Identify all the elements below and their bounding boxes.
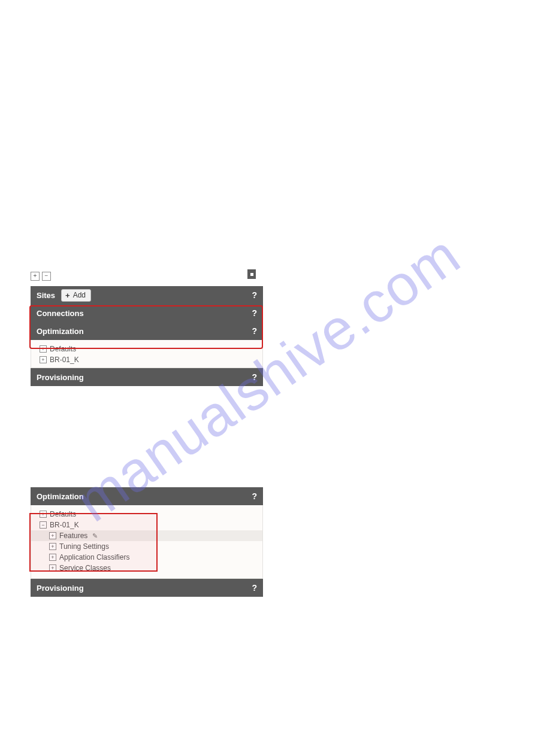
section-header-sites[interactable]: Sites + Add ?	[31, 286, 263, 304]
tree-item-label: BR-01_K	[50, 356, 79, 364]
section-header-optimization[interactable]: Optimization ?	[31, 322, 263, 340]
tree-item-features[interactable]: + Features ✎	[31, 530, 262, 541]
tree-item-label: Tuning Settings	[59, 542, 109, 551]
optimization-body: + Defaults − BR-01_K + Features ✎ + Tuni…	[31, 505, 263, 579]
section-label: Optimization	[37, 492, 84, 501]
tree-item-label: Features	[59, 532, 87, 540]
expand-icon[interactable]: +	[49, 564, 56, 572]
tree-item-label: Defaults	[50, 510, 76, 518]
tree-item-br01k[interactable]: + BR-01_K	[31, 354, 262, 365]
expand-all-icon[interactable]: +	[31, 272, 40, 281]
tree-item-label: BR-01_K	[50, 521, 79, 529]
tree-item-defaults[interactable]: + Defaults	[31, 509, 262, 520]
expand-icon[interactable]: +	[40, 345, 47, 353]
tree-item-label: Service Classes	[59, 564, 111, 572]
section-label: Optimization	[37, 327, 84, 336]
section-label: Provisioning	[37, 373, 84, 382]
toolbar-action-icon[interactable]	[247, 269, 256, 279]
collapse-icon[interactable]: −	[40, 521, 47, 529]
expand-icon[interactable]: +	[49, 554, 56, 561]
help-icon[interactable]: ?	[252, 308, 257, 318]
section-label: Provisioning	[37, 584, 84, 593]
config-panel-1: + − Sites + Add ? Connections ? Optimiza…	[31, 269, 263, 386]
section-header-connections[interactable]: Connections ?	[31, 304, 263, 322]
expand-icon[interactable]: +	[49, 543, 56, 550]
add-button-label: Add	[73, 291, 86, 299]
tree-item-tuning-settings[interactable]: + Tuning Settings	[31, 541, 262, 552]
help-icon[interactable]: ?	[252, 491, 257, 501]
help-icon[interactable]: ?	[252, 290, 257, 300]
config-panel-2: Optimization ? + Defaults − BR-01_K + Fe…	[31, 487, 263, 597]
plus-icon: +	[65, 291, 70, 300]
tree-item-service-classes[interactable]: + Service Classes	[31, 563, 262, 573]
expand-icon[interactable]: +	[40, 511, 47, 518]
section-header-provisioning[interactable]: Provisioning ?	[31, 368, 263, 386]
optimization-body: + Defaults + BR-01_K	[31, 340, 263, 368]
section-label: Connections	[37, 309, 84, 318]
tree-item-label: Application Classifiers	[59, 553, 129, 561]
section-header-optimization[interactable]: Optimization ?	[31, 487, 263, 505]
edit-icon[interactable]: ✎	[92, 532, 98, 540]
add-button[interactable]: + Add	[61, 289, 91, 302]
tree-toolbar: + −	[31, 269, 263, 283]
section-label: Sites	[37, 291, 55, 300]
section-header-provisioning[interactable]: Provisioning ?	[31, 579, 263, 597]
help-icon[interactable]: ?	[252, 326, 257, 336]
tree-item-label: Defaults	[50, 345, 76, 353]
tree-item-application-classifiers[interactable]: + Application Classifiers	[31, 552, 262, 563]
expand-icon[interactable]: +	[40, 356, 47, 363]
help-icon[interactable]: ?	[252, 583, 257, 593]
collapse-all-icon[interactable]: −	[42, 272, 51, 281]
help-icon[interactable]: ?	[252, 372, 257, 382]
tree-item-br01k[interactable]: − BR-01_K	[31, 520, 262, 530]
expand-icon[interactable]: +	[49, 532, 56, 539]
tree-item-defaults[interactable]: + Defaults	[31, 344, 262, 354]
